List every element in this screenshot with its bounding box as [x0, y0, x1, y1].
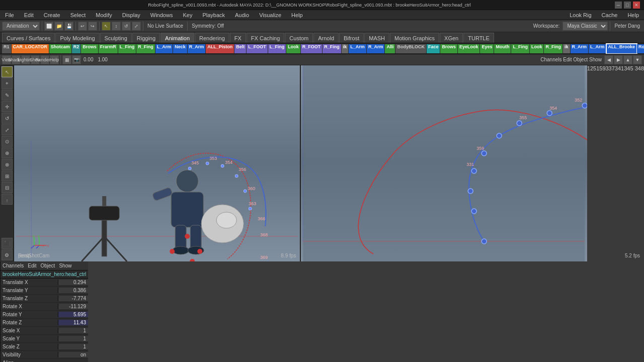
tab-turtle[interactable]: TURTLE	[463, 33, 494, 43]
vp-layout-btn[interactable]: ▦	[62, 55, 71, 64]
show-manip-btn[interactable]: ⊗	[2, 159, 13, 170]
char-btn-frarmr[interactable]: FrarmR	[99, 44, 118, 53]
char-btn-l-arm2[interactable]: L_Arm	[349, 44, 366, 53]
soft-mod-btn[interactable]: ⊕	[2, 147, 13, 158]
char-btn-brows1[interactable]: Brows	[81, 44, 98, 53]
char-btn-rod-block[interactable]: Rod_BLOCK	[637, 44, 644, 53]
tab-animation[interactable]: Animation	[160, 33, 194, 43]
char-btn-l-fing3[interactable]: L_Fing	[511, 44, 529, 53]
char-btn-l-fing2[interactable]: L_Fing	[268, 44, 286, 53]
settings-btn[interactable]: ⚙	[2, 249, 13, 260]
panels-menu[interactable]: Help	[50, 55, 59, 64]
char-btn-mouth[interactable]: Mouth	[494, 44, 511, 53]
vp-cam-btn[interactable]: 📷	[72, 55, 81, 64]
viewport-left[interactable]: 345 353 354 356 360 363 366 368 369 373 …	[14, 65, 301, 261]
tab-xgen[interactable]: XGen	[440, 33, 463, 43]
vp2-arrow-left[interactable]: ◀	[604, 55, 613, 64]
char-btn-r-fing3[interactable]: R_Fing	[544, 44, 562, 53]
new-scene-btn[interactable]: ⬜	[44, 22, 53, 31]
rotate-btn[interactable]: ↺	[2, 113, 13, 124]
menu-cache[interactable]: Cache	[600, 11, 620, 19]
paint-select-btn[interactable]: ✎	[2, 89, 13, 101]
channels-menu[interactable]: Channels	[3, 263, 24, 268]
char-btn-all-piston[interactable]: ALL_Piston	[206, 44, 234, 53]
scale-tool[interactable]: ⤢	[132, 22, 141, 31]
menu-create[interactable]: Create	[42, 11, 62, 19]
object-menu[interactable]: Object	[41, 263, 55, 268]
menu-audio[interactable]: Audio	[233, 11, 251, 19]
channel-row[interactable]: Translate Z-7.774	[1, 295, 88, 303]
menu-windows[interactable]: Windows	[148, 11, 175, 19]
char-mode-r2[interactable]: R2	[72, 44, 81, 53]
tab-motion-graphics[interactable]: Motion Graphics	[390, 33, 439, 43]
char-btn-l-arm1[interactable]: L_Arm	[155, 44, 173, 53]
tab-bifrost[interactable]: Bifrost	[339, 33, 364, 43]
char-btn-brows2[interactable]: Brows	[440, 44, 457, 53]
menu-help2[interactable]: Help	[625, 11, 641, 19]
char-btn-bodyblock[interactable]: BodyBLOCK	[395, 44, 426, 53]
vp2-arrow-down[interactable]: ▼	[633, 55, 642, 64]
save-scene-btn[interactable]: 💾	[64, 22, 73, 31]
tab-fx[interactable]: FX	[230, 33, 246, 43]
char-btn-r-foot[interactable]: R_FOOT	[301, 44, 323, 53]
char-btn-ik1[interactable]: ik	[342, 44, 349, 53]
show-menu[interactable]: Show	[59, 263, 71, 268]
rotate-tool[interactable]: ↺	[122, 22, 131, 31]
char-btn-l-arm3[interactable]: L_Arm	[589, 44, 606, 53]
camera-btn[interactable]: ⬛	[2, 238, 13, 249]
char-btn-r-fing1[interactable]: R_Fing	[136, 44, 155, 53]
vp2-arrow-up[interactable]: ▲	[623, 55, 632, 64]
channel-row[interactable]: Scale Y1	[1, 335, 88, 343]
menu-modify[interactable]: Modify	[94, 11, 114, 19]
tab-arnold[interactable]: Arnold	[313, 33, 339, 43]
tab-mash[interactable]: MASH	[364, 33, 389, 43]
char-btn-belt[interactable]: Belt	[234, 44, 246, 53]
char-btn-car-locator[interactable]: CAR_LOCATOR	[12, 44, 49, 53]
snap-tool[interactable]: ⊙	[2, 136, 13, 147]
char-mode-r1[interactable]: R1	[2, 44, 11, 53]
channel-row[interactable]: Align	[1, 359, 88, 362]
workspace-dropdown[interactable]: Maya Classic	[562, 22, 608, 31]
channel-row[interactable]: Translate Y0.386	[1, 287, 88, 295]
menu-display[interactable]: Display	[120, 11, 142, 19]
sculpt-btn[interactable]: ⍚	[2, 194, 13, 205]
menu-file[interactable]: File	[3, 11, 16, 19]
undo-btn[interactable]: ↩	[78, 22, 87, 31]
viewport-right[interactable]: 349 352 354 355 359 331	[301, 65, 587, 261]
tab-fx-caching[interactable]: FX Caching	[247, 33, 284, 43]
char-btn-face1[interactable]: Face	[427, 44, 440, 53]
char-btn-all-brooke[interactable]: ALL_Brooke	[607, 44, 637, 53]
channel-row[interactable]: Scale X1	[1, 327, 88, 335]
tab-curves-surfaces[interactable]: Curves / Surfaces	[2, 33, 55, 43]
char-btn-shotcam[interactable]: Shotcam	[49, 44, 71, 53]
char-btn-look2[interactable]: Look	[530, 44, 544, 53]
char-btn-l-foot[interactable]: L_FOOT	[247, 44, 268, 53]
menu-help[interactable]: Help	[289, 11, 305, 19]
char-btn-l-fing1[interactable]: L_Fing	[118, 44, 136, 53]
select-tool[interactable]: ↖	[102, 22, 111, 31]
select-mode-btn[interactable]: ↖	[2, 66, 13, 77]
lasso-select-btn[interactable]: ⌖	[2, 78, 13, 89]
char-btn-r-arm1[interactable]: R_Arm	[188, 44, 206, 53]
char-btn-alli[interactable]: Alli	[385, 44, 395, 53]
lighting-menu[interactable]: Lighting	[21, 55, 30, 64]
menu-edit[interactable]: Edit	[22, 11, 36, 19]
channel-row[interactable]: Translate X0.294	[1, 279, 88, 287]
close-button[interactable]: ✕	[633, 2, 640, 9]
channel-row[interactable]: Rotate Y5.695	[1, 311, 88, 319]
renderer-menu[interactable]: Renderer	[40, 55, 49, 64]
menu-select[interactable]: Select	[68, 11, 88, 19]
redo-btn[interactable]: ↪	[88, 22, 97, 31]
tab-poly-modeling[interactable]: Poly Modeling	[55, 33, 99, 43]
menu-look-rig[interactable]: Look Rig	[568, 11, 593, 19]
edit-menu[interactable]: Edit	[28, 263, 36, 268]
char-btn-neck[interactable]: Neck	[173, 44, 187, 53]
channel-row[interactable]: Rotate Z11.43	[1, 319, 88, 327]
channel-row[interactable]: Scale Z1	[1, 343, 88, 351]
move-tool[interactable]: ↕	[112, 22, 121, 31]
open-scene-btn[interactable]: 📁	[54, 22, 63, 31]
lattice-btn[interactable]: ⊞	[2, 170, 13, 182]
menu-visualize[interactable]: Visualize	[257, 11, 283, 19]
char-btn-r-fing2[interactable]: R_Fing	[323, 44, 341, 53]
channel-row[interactable]: Rotate X-11.129	[1, 303, 88, 311]
